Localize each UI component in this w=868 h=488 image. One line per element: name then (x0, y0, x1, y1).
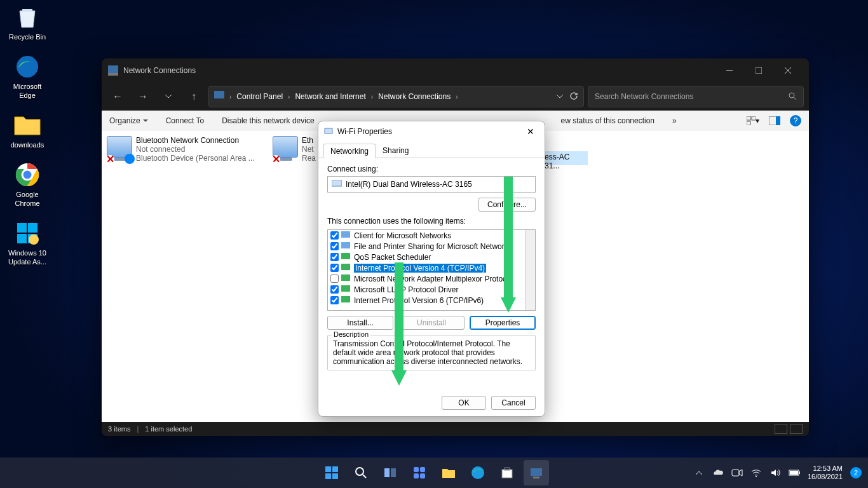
recent-dropdown[interactable] (158, 86, 179, 107)
adapter-name: Intel(R) Dual Band Wireless-AC 3165 (346, 180, 472, 189)
dialog-titlebar[interactable]: Wi-Fi Properties ✕ (318, 121, 545, 142)
item-checkbox[interactable] (330, 274, 339, 283)
preview-pane-button[interactable] (768, 114, 781, 127)
connect-to-button[interactable]: Connect To (166, 116, 205, 125)
widgets-button[interactable] (407, 460, 432, 485)
clock[interactable]: 12:53 AM 16/08/2021 (808, 464, 843, 481)
control-panel-button[interactable] (524, 460, 549, 485)
breadcrumb[interactable]: Network and Internet (295, 92, 365, 101)
client-icon (341, 231, 351, 240)
battery-icon[interactable] (789, 467, 800, 478)
address-bar[interactable]: › Control Panel › Network and Internet ›… (208, 86, 584, 107)
svg-point-13 (789, 93, 794, 98)
organize-menu[interactable]: Organize (109, 116, 148, 125)
svg-rect-25 (341, 274, 350, 281)
item-checkbox[interactable] (330, 296, 339, 304)
description-text: Transmission Control Protocol/Internet P… (333, 339, 530, 366)
desktop-icon-edge[interactable]: Microsoft Edge (5, 53, 50, 100)
taskbar-center (319, 460, 549, 485)
explorer-titlebar[interactable]: Network Connections (102, 58, 809, 83)
list-item: QoS Packet Scheduler (328, 252, 535, 262)
meet-now-icon[interactable] (731, 467, 743, 478)
breadcrumb[interactable]: Network Connections (378, 92, 451, 101)
status-bar: 3 items | 1 item selected (102, 422, 809, 436)
breadcrumb[interactable]: Control Panel (236, 92, 283, 101)
ok-button[interactable]: OK (442, 396, 486, 410)
windows-update-icon (13, 219, 41, 247)
desktop-icons: Recycle Bin Microsoft Edge downloads Goo… (5, 3, 50, 278)
system-tray: 12:53 AM 16/08/2021 2 (693, 464, 868, 481)
forward-button[interactable]: → (132, 86, 154, 107)
install-button[interactable]: Install... (327, 316, 393, 330)
svg-rect-15 (752, 116, 756, 120)
details-view-button[interactable] (775, 424, 787, 434)
cancel-button[interactable]: Cancel (491, 396, 536, 410)
file-explorer-button[interactable] (436, 460, 461, 485)
item-count: 3 items (108, 425, 130, 433)
notifications-badge[interactable]: 2 (850, 467, 862, 478)
svg-rect-24 (341, 264, 350, 270)
configure-button[interactable]: Configure... (478, 198, 536, 212)
svg-rect-28 (325, 466, 331, 472)
explorer-nav: ← → ↑ › Control Panel › Network and Inte… (102, 83, 809, 111)
tray-overflow-button[interactable] (693, 467, 705, 478)
desktop-icon-chrome[interactable]: Google Chrome (5, 161, 50, 208)
svg-rect-47 (790, 471, 798, 475)
address-dropdown[interactable] (557, 92, 563, 102)
address-root-icon (214, 91, 224, 103)
svg-rect-48 (799, 471, 800, 474)
search-placeholder: Search Network Connections (595, 92, 693, 101)
view-options-button[interactable]: ▾ (747, 114, 759, 127)
disable-device-button[interactable]: Disable this network device (222, 116, 314, 125)
service-icon (341, 253, 351, 262)
svg-rect-37 (414, 473, 419, 478)
maximize-button[interactable] (744, 61, 773, 80)
chevron-right-icon: › (227, 93, 234, 100)
onedrive-icon[interactable] (712, 467, 724, 478)
adapter-properties-icon (323, 126, 334, 137)
start-button[interactable] (319, 460, 344, 485)
svg-point-45 (756, 476, 757, 477)
svg-rect-10 (726, 70, 733, 71)
svg-rect-19 (325, 128, 332, 133)
volume-icon[interactable] (770, 467, 781, 478)
tab-networking[interactable]: Networking (323, 144, 376, 158)
help-button[interactable]: ? (790, 115, 801, 126)
list-item-selected: Internet Protocol Version 4 (TCP/IPv4) (328, 262, 535, 273)
scrollbar[interactable] (525, 230, 535, 310)
chevron-right-icon: › (285, 93, 292, 100)
svg-rect-30 (325, 473, 331, 479)
desktop-icon-win10-update[interactable]: Windows 10 Update As... (5, 219, 50, 266)
close-button[interactable]: ✕ (522, 123, 539, 140)
view-status-button[interactable]: ew status of this connection (561, 116, 654, 125)
back-button[interactable]: ← (107, 86, 128, 107)
connection-item-wifi-selected[interactable]: ess-AC 31... (543, 151, 588, 165)
item-checkbox[interactable] (330, 253, 339, 261)
item-checkbox[interactable] (330, 231, 339, 240)
connection-item-bluetooth[interactable]: ✕ Bluetooth Network Connection Not conne… (107, 136, 262, 163)
up-button[interactable]: ↑ (183, 86, 205, 107)
search-button[interactable] (348, 460, 374, 485)
close-button[interactable] (773, 61, 803, 80)
desktop-icon-recycle-bin[interactable]: Recycle Bin (5, 3, 50, 41)
properties-button[interactable]: Properties (470, 316, 536, 330)
desktop-icon-downloads[interactable]: downloads (5, 111, 50, 149)
search-box[interactable]: Search Network Connections (588, 86, 804, 107)
list-item: File and Printer Sharing for Microsoft N… (328, 241, 535, 252)
connection-item-ethernet[interactable]: ✕ Eth Net Rea (273, 136, 323, 163)
desktop-icon-label: Windows 10 Update As... (5, 248, 50, 266)
components-list[interactable]: Client for Microsoft Networks File and P… (327, 229, 536, 311)
wifi-icon[interactable] (750, 467, 762, 478)
refresh-button[interactable] (569, 92, 578, 102)
description-box: Description Transmission Control Protoco… (327, 335, 536, 370)
icons-view-button[interactable] (790, 424, 803, 434)
task-view-button[interactable] (377, 460, 403, 485)
item-checkbox[interactable] (330, 285, 339, 294)
more-commands[interactable]: » (672, 116, 677, 125)
item-checkbox[interactable] (330, 242, 339, 250)
edge-button[interactable] (465, 460, 491, 485)
store-button[interactable] (494, 460, 520, 485)
tab-sharing[interactable]: Sharing (376, 143, 416, 158)
item-checkbox[interactable] (330, 264, 339, 272)
minimize-button[interactable] (715, 61, 744, 80)
